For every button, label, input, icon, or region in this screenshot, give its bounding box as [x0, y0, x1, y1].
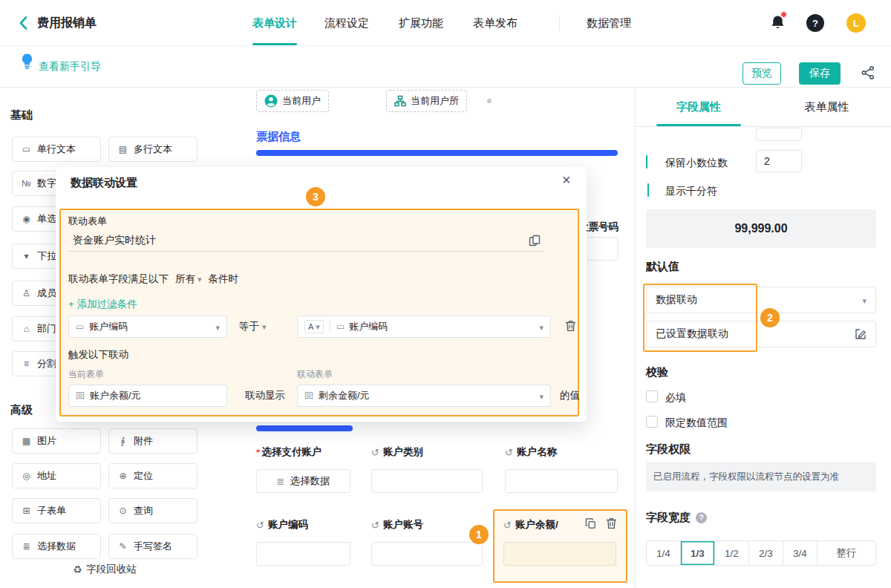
guide-link[interactable]: 查看新手引导: [39, 60, 101, 74]
permission-section: 字段权限: [646, 442, 691, 457]
signature-icon: ✎: [117, 541, 128, 552]
copy-icon: [585, 517, 596, 529]
account-no-input[interactable]: [371, 542, 483, 566]
back-button[interactable]: [16, 15, 31, 33]
current-field-box[interactable]: 回 账户余额/元: [68, 385, 227, 407]
chevron-down-icon: [316, 323, 320, 331]
width-option-half[interactable]: 1/2: [715, 541, 749, 565]
condition-operator-select[interactable]: 等于: [239, 320, 267, 333]
select-data-icon: ≣: [277, 476, 285, 487]
section-title-invoice: 票据信息: [256, 130, 301, 144]
number-icon: №: [21, 178, 32, 189]
palette-section-basic: 基础: [10, 108, 33, 122]
field-width-segmented: 1/4 1/3 1/2 2/3 3/4 整行: [646, 540, 876, 566]
section-bar-payment: [256, 425, 353, 431]
palette-item-single-line-text[interactable]: ▭单行文本: [12, 137, 101, 162]
palette-item-subform[interactable]: ⊞子表单: [12, 498, 101, 523]
chip-current-user[interactable]: 当前用户: [256, 90, 329, 112]
width-option-third[interactable]: 1/3: [681, 541, 715, 565]
tab-flow-setting[interactable]: 流程设定: [324, 0, 369, 46]
preview-button[interactable]: 预览: [742, 62, 781, 85]
attachment-icon: ∮: [117, 436, 128, 446]
tab-form-properties[interactable]: 表单属性: [763, 88, 891, 127]
width-option-full[interactable]: 整行: [817, 541, 875, 565]
tab-form-publish[interactable]: 表单发布: [473, 0, 518, 46]
linkage-status-field[interactable]: 已设置数据联动: [646, 321, 876, 347]
account-code-input[interactable]: [256, 542, 350, 566]
palette-item-multi-line-text[interactable]: ▤多行文本: [108, 137, 198, 162]
form-picker-button[interactable]: [529, 235, 541, 246]
share-button[interactable]: [860, 65, 876, 83]
annotation-step-2: 2: [760, 308, 780, 327]
decimal-checkbox[interactable]: [646, 155, 647, 169]
palette-item-signature[interactable]: ✎手写签名: [108, 534, 198, 559]
section-bar-invoice: [256, 150, 618, 156]
account-name-label: ↺账户名称: [505, 445, 557, 459]
modal-close-button[interactable]: ×: [562, 172, 571, 189]
annotation-step-1: 1: [469, 525, 489, 544]
help-button[interactable]: ?: [806, 14, 824, 32]
thousand-separator-label: 显示千分符: [665, 185, 717, 198]
chevron-down-icon: [539, 391, 544, 401]
required-label: 必填: [665, 391, 686, 405]
avatar-letter: L: [853, 18, 859, 29]
chevron-down-icon: [262, 321, 267, 332]
palette-item-attachment[interactable]: ∮附件: [108, 428, 198, 454]
toolbar: 查看新手引导 预览 保存: [0, 46, 891, 88]
select-data-icon: ≣: [21, 541, 32, 552]
palette-item-address[interactable]: ◎地址: [12, 463, 101, 489]
width-option-two-thirds[interactable]: 2/3: [749, 541, 783, 565]
tab-data-management[interactable]: 数据管理: [587, 0, 631, 46]
palette-item-select-data[interactable]: ≣选择数据: [12, 534, 101, 559]
permission-note-box: 已启用流程，字段权限以流程节点的设置为准: [646, 462, 876, 491]
dropdown-icon: ▾: [21, 251, 32, 261]
drag-dot: [487, 99, 492, 103]
range-checkbox[interactable]: [646, 416, 658, 428]
bell-red-dot: [780, 11, 787, 18]
delete-field-button[interactable]: [606, 517, 617, 532]
condition-scope-select[interactable]: 所有: [175, 272, 202, 286]
decimal-value-input[interactable]: [756, 150, 802, 172]
edit-linkage-button[interactable]: [855, 328, 866, 340]
text-field-icon: ▭: [336, 321, 345, 332]
tab-extensions[interactable]: 扩展功能: [399, 0, 443, 46]
condition-right-select[interactable]: A ▭ 账户编码: [297, 316, 551, 338]
linkage-icon: ↺: [371, 447, 379, 458]
text-field-icon: ▭: [21, 144, 32, 154]
image-icon: ▦: [21, 436, 32, 446]
palette-item-query[interactable]: ⊙查询: [108, 498, 198, 523]
divider-icon: ≡: [21, 359, 32, 369]
add-filter-link[interactable]: + 添加过滤条件: [68, 298, 137, 311]
panel-divider: [635, 88, 636, 588]
default-value-select[interactable]: 数据联动: [646, 287, 876, 313]
condition-left-select[interactable]: ▭ 账户编码: [68, 316, 227, 338]
linked-form-col-label: 联动表单: [297, 368, 333, 381]
thousand-separator-checkbox[interactable]: [647, 183, 649, 197]
avatar[interactable]: L: [846, 13, 866, 33]
account-type-input[interactable]: [371, 469, 483, 493]
width-option-three-quarters[interactable]: 3/4: [783, 541, 817, 565]
delete-condition-button[interactable]: [565, 320, 576, 334]
number-field-icon: 回: [304, 390, 313, 402]
copy-field-button[interactable]: [585, 517, 596, 532]
chip-current-user-dept[interactable]: 当前用户所: [386, 90, 467, 112]
linked-field-select[interactable]: 回 剩余金额/元: [297, 385, 551, 407]
form-pick-icon: [529, 235, 541, 246]
width-option-quarter[interactable]: 1/4: [647, 541, 681, 565]
chevron-down-icon: [539, 322, 544, 332]
linked-form-input[interactable]: 资金账户实时统计: [68, 229, 544, 252]
account-balance-input[interactable]: [503, 542, 616, 566]
recycle-icon: ♻: [73, 564, 82, 575]
required-checkbox[interactable]: [646, 391, 658, 402]
tab-form-design[interactable]: 表单设计: [252, 0, 297, 46]
palette-item-location[interactable]: ⊕定位: [108, 463, 198, 489]
choose-data-button[interactable]: ≣ 选择数据: [256, 469, 350, 493]
account-name-input[interactable]: [505, 469, 618, 493]
value-type-tag[interactable]: A: [304, 320, 324, 333]
palette-item-image[interactable]: ▦图片: [12, 428, 101, 454]
field-recycle-bin[interactable]: ♻ 字段回收站: [12, 563, 198, 576]
app-screen: 费用报销单 表单设计 流程设定 扩展功能 表单发布 数据管理 ? L 查看新手引…: [0, 0, 891, 588]
tab-field-properties[interactable]: 字段属性: [635, 88, 763, 127]
width-help-icon[interactable]: [696, 512, 707, 523]
save-button[interactable]: 保存: [799, 62, 841, 85]
